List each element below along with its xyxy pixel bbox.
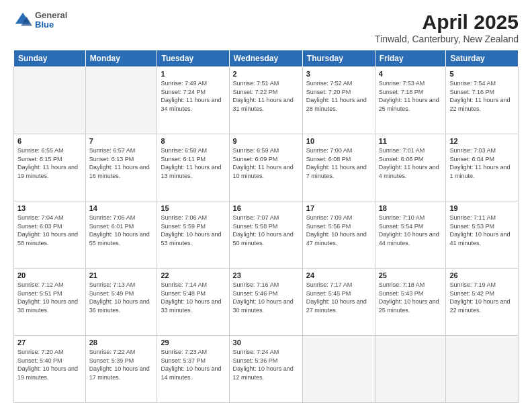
day-info: Sunrise: 6:55 AMSunset: 6:15 PMDaylight:…: [17, 146, 82, 180]
day-number: 7: [89, 137, 154, 145]
day-cell: 27Sunrise: 7:20 AMSunset: 5:40 PMDayligh…: [14, 336, 86, 403]
weekday-saturday: Saturday: [446, 50, 519, 67]
day-info: Sunrise: 7:11 AMSunset: 5:53 PMDaylight:…: [449, 214, 515, 247]
day-cell: 29Sunrise: 7:23 AMSunset: 5:37 PMDayligh…: [157, 336, 229, 403]
day-number: 3: [306, 70, 371, 78]
logo-general: General: [35, 11, 67, 20]
calendar-subtitle: Tinwald, Canterbury, New Zealand: [375, 34, 519, 44]
day-info: Sunrise: 7:09 AMSunset: 5:56 PMDaylight:…: [306, 214, 371, 247]
day-cell: 16Sunrise: 7:07 AMSunset: 5:58 PMDayligh…: [229, 201, 302, 269]
day-info: Sunrise: 6:58 AMSunset: 6:11 PMDaylight:…: [161, 146, 225, 180]
day-info: Sunrise: 7:06 AMSunset: 5:59 PMDaylight:…: [161, 214, 225, 247]
day-cell: 5Sunrise: 7:54 AMSunset: 7:16 PMDaylight…: [446, 67, 519, 134]
weekday-row: SundayMondayTuesdayWednesdayThursdayFrid…: [14, 50, 519, 67]
day-info: Sunrise: 7:12 AMSunset: 5:51 PMDaylight:…: [17, 281, 82, 314]
day-info: Sunrise: 6:57 AMSunset: 6:13 PMDaylight:…: [89, 146, 154, 180]
day-cell: 10Sunrise: 7:00 AMSunset: 6:08 PMDayligh…: [302, 134, 375, 201]
day-number: 11: [379, 137, 443, 145]
day-number: 25: [379, 271, 443, 279]
day-cell: 19Sunrise: 7:11 AMSunset: 5:53 PMDayligh…: [446, 201, 519, 269]
day-number: 26: [449, 271, 515, 279]
week-row-3: 20Sunrise: 7:12 AMSunset: 5:51 PMDayligh…: [14, 269, 519, 336]
weekday-monday: Monday: [85, 50, 157, 67]
day-cell: 8Sunrise: 6:58 AMSunset: 6:11 PMDaylight…: [157, 134, 229, 201]
day-info: Sunrise: 7:10 AMSunset: 5:54 PMDaylight:…: [379, 214, 443, 247]
day-cell: 26Sunrise: 7:19 AMSunset: 5:42 PMDayligh…: [446, 269, 519, 336]
day-info: Sunrise: 7:49 AMSunset: 7:24 PMDaylight:…: [161, 79, 225, 113]
week-row-1: 6Sunrise: 6:55 AMSunset: 6:15 PMDaylight…: [14, 134, 519, 201]
day-cell: [446, 336, 519, 403]
day-info: Sunrise: 7:04 AMSunset: 6:03 PMDaylight:…: [17, 214, 82, 247]
weekday-friday: Friday: [375, 50, 446, 67]
day-number: 12: [449, 137, 515, 145]
weekday-sunday: Sunday: [14, 50, 86, 67]
day-info: Sunrise: 7:01 AMSunset: 6:06 PMDaylight:…: [379, 146, 443, 180]
day-info: Sunrise: 7:14 AMSunset: 5:48 PMDaylight:…: [161, 281, 225, 314]
logo-blue: Blue: [35, 20, 67, 30]
day-number: 5: [449, 70, 515, 78]
logo: General Blue: [13, 11, 67, 30]
logo-icon: [13, 11, 32, 30]
day-number: 1: [161, 70, 225, 78]
day-cell: 15Sunrise: 7:06 AMSunset: 5:59 PMDayligh…: [157, 201, 229, 269]
header: General Blue April 2025 Tinwald, Canterb…: [13, 11, 519, 44]
day-cell: 18Sunrise: 7:10 AMSunset: 5:54 PMDayligh…: [375, 201, 446, 269]
day-number: 15: [161, 204, 225, 212]
weekday-tuesday: Tuesday: [157, 50, 229, 67]
day-cell: [375, 336, 446, 403]
day-cell: 14Sunrise: 7:05 AMSunset: 6:01 PMDayligh…: [85, 201, 157, 269]
weekday-thursday: Thursday: [302, 50, 375, 67]
day-cell: 12Sunrise: 7:03 AMSunset: 6:04 PMDayligh…: [446, 134, 519, 201]
day-number: 4: [379, 70, 443, 78]
day-info: Sunrise: 7:51 AMSunset: 7:22 PMDaylight:…: [233, 79, 299, 113]
day-cell: 3Sunrise: 7:52 AMSunset: 7:20 PMDaylight…: [302, 67, 375, 134]
calendar-header: SundayMondayTuesdayWednesdayThursdayFrid…: [14, 50, 519, 67]
day-number: 22: [161, 271, 225, 279]
day-number: 16: [233, 204, 299, 212]
day-cell: [302, 336, 375, 403]
day-info: Sunrise: 7:19 AMSunset: 5:42 PMDaylight:…: [449, 281, 515, 314]
day-info: Sunrise: 7:18 AMSunset: 5:43 PMDaylight:…: [379, 281, 443, 314]
day-cell: 23Sunrise: 7:16 AMSunset: 5:46 PMDayligh…: [229, 269, 302, 336]
day-cell: 1Sunrise: 7:49 AMSunset: 7:24 PMDaylight…: [157, 67, 229, 134]
day-cell: 20Sunrise: 7:12 AMSunset: 5:51 PMDayligh…: [14, 269, 86, 336]
day-info: Sunrise: 6:59 AMSunset: 6:09 PMDaylight:…: [233, 146, 299, 180]
week-row-0: 1Sunrise: 7:49 AMSunset: 7:24 PMDaylight…: [14, 67, 519, 134]
day-number: 30: [233, 338, 299, 347]
day-cell: 2Sunrise: 7:51 AMSunset: 7:22 PMDaylight…: [229, 67, 302, 134]
day-info: Sunrise: 7:52 AMSunset: 7:20 PMDaylight:…: [306, 79, 371, 113]
day-number: 23: [233, 271, 299, 279]
day-cell: 28Sunrise: 7:22 AMSunset: 5:39 PMDayligh…: [85, 336, 157, 403]
day-cell: 13Sunrise: 7:04 AMSunset: 6:03 PMDayligh…: [14, 201, 86, 269]
day-number: 28: [89, 338, 154, 347]
calendar-title: April 2025: [375, 11, 519, 34]
title-block: April 2025 Tinwald, Canterbury, New Zeal…: [375, 11, 519, 44]
day-cell: 4Sunrise: 7:53 AMSunset: 7:18 PMDaylight…: [375, 67, 446, 134]
day-info: Sunrise: 7:16 AMSunset: 5:46 PMDaylight:…: [233, 281, 299, 314]
day-cell: 25Sunrise: 7:18 AMSunset: 5:43 PMDayligh…: [375, 269, 446, 336]
day-number: 29: [161, 338, 225, 347]
day-number: 17: [306, 204, 371, 212]
page: General Blue April 2025 Tinwald, Canterb…: [0, 0, 532, 411]
day-info: Sunrise: 7:54 AMSunset: 7:16 PMDaylight:…: [449, 79, 515, 113]
day-number: 20: [17, 271, 82, 279]
day-cell: [14, 67, 86, 134]
day-number: 13: [17, 204, 82, 212]
day-number: 8: [161, 137, 225, 145]
week-row-2: 13Sunrise: 7:04 AMSunset: 6:03 PMDayligh…: [14, 201, 519, 269]
day-info: Sunrise: 7:05 AMSunset: 6:01 PMDaylight:…: [89, 214, 154, 247]
day-cell: 9Sunrise: 6:59 AMSunset: 6:09 PMDaylight…: [229, 134, 302, 201]
day-info: Sunrise: 7:23 AMSunset: 5:37 PMDaylight:…: [161, 348, 225, 381]
day-info: Sunrise: 7:13 AMSunset: 5:49 PMDaylight:…: [89, 281, 154, 314]
day-cell: 17Sunrise: 7:09 AMSunset: 5:56 PMDayligh…: [302, 201, 375, 269]
day-info: Sunrise: 7:22 AMSunset: 5:39 PMDaylight:…: [89, 348, 154, 381]
weekday-wednesday: Wednesday: [229, 50, 302, 67]
day-info: Sunrise: 7:03 AMSunset: 6:04 PMDaylight:…: [449, 146, 515, 180]
day-number: 19: [449, 204, 515, 212]
day-info: Sunrise: 7:07 AMSunset: 5:58 PMDaylight:…: [233, 214, 299, 247]
day-info: Sunrise: 7:53 AMSunset: 7:18 PMDaylight:…: [379, 79, 443, 113]
day-cell: 24Sunrise: 7:17 AMSunset: 5:45 PMDayligh…: [302, 269, 375, 336]
day-cell: 22Sunrise: 7:14 AMSunset: 5:48 PMDayligh…: [157, 269, 229, 336]
logo-text: General Blue: [35, 11, 67, 30]
day-info: Sunrise: 7:24 AMSunset: 5:36 PMDaylight:…: [233, 348, 299, 381]
